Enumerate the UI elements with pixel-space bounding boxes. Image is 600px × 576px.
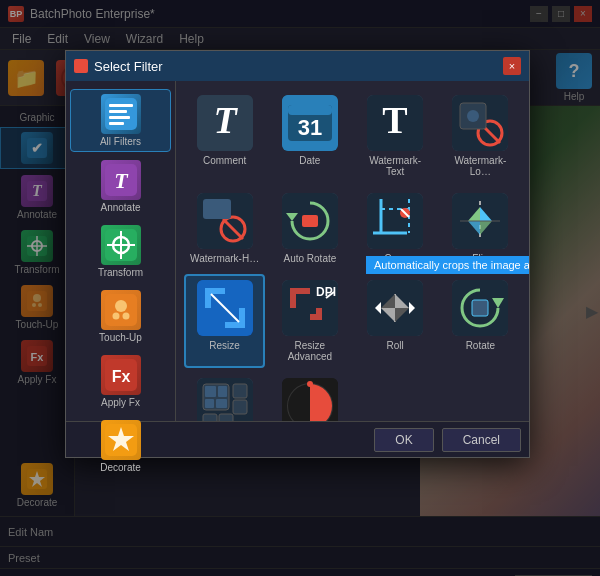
svg-point-38 xyxy=(112,313,119,320)
app-window: BP BatchPhoto Enterprise* − □ × File Edi… xyxy=(0,0,600,576)
roll-label: Roll xyxy=(387,340,404,351)
resize-adv-icon: DPI xyxy=(282,280,338,336)
modal-grid-area[interactable]: Automatically crops the image according … xyxy=(176,81,529,421)
filter-rotate[interactable]: Rotate xyxy=(440,274,521,368)
watermark-h-icon xyxy=(197,193,253,249)
annotate-modal-label: Annotate xyxy=(100,202,140,213)
filter-resize-adv[interactable]: DPI Resize Advanced xyxy=(269,274,350,368)
svg-point-110 xyxy=(307,381,313,387)
decorate-modal-icon xyxy=(101,420,141,460)
svg-rect-101 xyxy=(218,386,227,397)
modal-overlay: Select Filter × All Filters T xyxy=(0,0,600,576)
tooltip-text: Automatically crops the image according … xyxy=(374,259,529,271)
auto-contrast-icon xyxy=(282,378,338,421)
filter-auto-rotate[interactable]: Auto Rotate xyxy=(269,187,350,270)
svg-text:T: T xyxy=(114,168,129,193)
svg-rect-29 xyxy=(109,122,124,125)
filter-watermark-text[interactable]: T Watermark-Text xyxy=(355,89,436,183)
select-filter-dialog: Select Filter × All Filters T xyxy=(65,50,530,458)
modal-sidebar-touchup[interactable]: Touch-Up xyxy=(70,286,171,347)
touchup-modal-label: Touch-Up xyxy=(99,332,142,343)
svg-rect-48 xyxy=(288,105,332,115)
svg-text:T: T xyxy=(213,99,238,141)
modal-sidebar-transform[interactable]: Transform xyxy=(70,221,171,282)
applyfx-modal-label: Apply Fx xyxy=(101,397,140,408)
modal-sidebar: All Filters T Annotate Transform xyxy=(66,81,176,421)
watermark-logo-icon xyxy=(452,95,508,151)
rotate-label: Rotate xyxy=(466,340,495,351)
resize-adv-label: Resize Advanced xyxy=(275,340,344,362)
date-label: Date xyxy=(299,155,320,166)
comment-icon: T xyxy=(197,95,253,151)
rotate-icon xyxy=(452,280,508,336)
svg-point-37 xyxy=(115,300,127,312)
auto-rotate-label: Auto Rotate xyxy=(283,253,336,264)
tooltip-bar: Automatically crops the image according … xyxy=(366,256,529,274)
svg-rect-64 xyxy=(367,193,423,249)
decorate-modal-label: Decorate xyxy=(100,462,141,473)
applyfx-modal-icon: Fx xyxy=(101,355,141,395)
cancel-button[interactable]: Cancel xyxy=(442,428,521,452)
watermark-h-label: Watermark-H… xyxy=(190,253,259,264)
svg-rect-100 xyxy=(205,386,216,397)
all-filters-label: All Filters xyxy=(100,136,141,147)
svg-rect-105 xyxy=(233,400,247,414)
svg-point-56 xyxy=(467,110,479,122)
filter-thumbnail[interactable]: Thumbnail xyxy=(184,372,265,421)
modal-sidebar-applyfx[interactable]: Fx Apply Fx xyxy=(70,351,171,412)
filter-grid: T Comment 31 Date xyxy=(176,81,529,421)
auto-rotate-icon xyxy=(282,193,338,249)
svg-point-39 xyxy=(122,313,129,320)
filter-roll[interactable]: Roll xyxy=(355,274,436,368)
modal-sidebar-annotate[interactable]: T Annotate xyxy=(70,156,171,217)
touchup-modal-icon xyxy=(101,290,141,330)
svg-text:31: 31 xyxy=(298,115,322,140)
transform-modal-label: Transform xyxy=(98,267,143,278)
svg-text:Fx: Fx xyxy=(111,368,130,385)
comment-label: Comment xyxy=(203,155,246,166)
modal-body: All Filters T Annotate Transform xyxy=(66,81,529,421)
modal-title-text: Select Filter xyxy=(94,59,163,74)
all-filters-icon xyxy=(101,94,141,134)
modal-close-button[interactable]: × xyxy=(503,57,521,75)
thumbnail-icon xyxy=(197,378,253,421)
modal-sidebar-decorate[interactable]: Decorate xyxy=(70,416,171,477)
svg-rect-103 xyxy=(216,399,227,408)
filter-date[interactable]: 31 Date xyxy=(269,89,350,183)
modal-title-left: Select Filter xyxy=(74,59,163,74)
filter-resize[interactable]: Resize xyxy=(184,274,265,368)
resize-icon xyxy=(197,280,253,336)
date-icon: 31 xyxy=(282,95,338,151)
modal-sidebar-all-filters[interactable]: All Filters xyxy=(70,89,171,152)
flip-icon xyxy=(452,193,508,249)
svg-rect-26 xyxy=(109,104,133,107)
watermark-text-icon: T xyxy=(367,95,423,151)
watermark-logo-label: Watermark-Lo… xyxy=(446,155,515,177)
svg-rect-107 xyxy=(219,414,233,421)
roll-icon xyxy=(367,280,423,336)
svg-rect-104 xyxy=(233,384,247,398)
modal-title-icon xyxy=(74,59,88,73)
filter-auto-contrast[interactable]: Auto Contrast xyxy=(269,372,350,421)
svg-rect-60 xyxy=(203,199,231,219)
svg-rect-27 xyxy=(109,110,127,113)
modal-title-bar: Select Filter × xyxy=(66,51,529,81)
svg-rect-25 xyxy=(105,98,137,130)
svg-rect-28 xyxy=(109,116,130,119)
crop-icon xyxy=(367,193,423,249)
filter-comment[interactable]: T Comment xyxy=(184,89,265,183)
resize-label: Resize xyxy=(209,340,240,351)
watermark-text-label: Watermark-Text xyxy=(361,155,430,177)
filter-watermark-logo[interactable]: Watermark-Lo… xyxy=(440,89,521,183)
ok-button[interactable]: OK xyxy=(374,428,433,452)
svg-rect-97 xyxy=(472,300,488,316)
svg-rect-63 xyxy=(302,215,318,227)
annotate-modal-icon: T xyxy=(101,160,141,200)
filter-watermark-h[interactable]: Watermark-H… xyxy=(184,187,265,270)
svg-text:T: T xyxy=(382,99,407,141)
svg-rect-106 xyxy=(203,414,217,421)
transform-modal-icon xyxy=(101,225,141,265)
svg-rect-102 xyxy=(205,399,214,408)
